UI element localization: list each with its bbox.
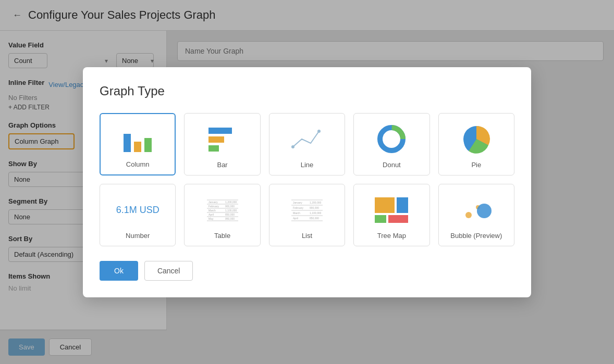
svg-text:January: January (293, 201, 302, 204)
svg-rect-41 (375, 197, 395, 213)
graph-card-treemap[interactable]: Tree Map (353, 184, 429, 246)
graph-card-column[interactable]: Column (100, 113, 176, 175)
column-chart-icon (119, 122, 156, 156)
svg-text:1,100,000: 1,100,000 (310, 211, 321, 215)
donut-card-label: Donut (383, 161, 401, 169)
number-card-label: Number (126, 232, 150, 240)
svg-text:May: May (208, 217, 214, 220)
svg-text:April: April (293, 217, 298, 220)
svg-text:1,200,000: 1,200,000 (225, 200, 237, 204)
svg-text:900,000: 900,000 (225, 205, 235, 208)
svg-rect-5 (208, 145, 219, 152)
svg-text:950,000: 950,000 (225, 217, 235, 220)
svg-point-7 (317, 130, 321, 133)
number-chart-icon: 6.1M USD (116, 193, 159, 228)
column-card-label: Column (126, 160, 150, 168)
graph-card-bubble[interactable]: Bubble (Preview) (438, 184, 514, 246)
modal-footer: Ok Cancel (100, 261, 514, 281)
svg-text:February: February (208, 205, 219, 208)
treemap-card-label: Tree Map (377, 232, 406, 240)
treemap-chart-icon (373, 193, 410, 228)
svg-text:900,000: 900,000 (310, 206, 319, 209)
line-chart-icon (289, 122, 325, 157)
list-card-label: List (302, 232, 312, 240)
svg-text:1,200,000: 1,200,000 (310, 201, 321, 204)
svg-text:March: March (208, 209, 216, 212)
modal-title: Graph Type (100, 84, 514, 98)
cancel-button[interactable]: Cancel (144, 261, 193, 281)
svg-point-45 (465, 212, 472, 218)
graph-card-table[interactable]: January 1,200,000 February 900,000 March… (184, 184, 260, 246)
number-value-display: 6.1M USD (116, 205, 159, 216)
svg-text:January: January (208, 200, 218, 204)
graph-card-list[interactable]: January 1,200,000 February 900,000 March… (269, 184, 345, 246)
bubble-card-label: Bubble (Preview) (450, 232, 502, 240)
graph-type-grid: Column Bar (100, 113, 514, 246)
svg-rect-3 (208, 128, 232, 134)
bar-chart-icon (204, 122, 241, 157)
donut-chart-icon (373, 122, 410, 157)
graph-card-donut[interactable]: Donut (353, 113, 429, 175)
bar-card-label: Bar (217, 161, 227, 169)
graph-card-number[interactable]: 6.1M USD Number (100, 184, 176, 246)
graph-card-pie[interactable]: Pie (438, 113, 514, 175)
svg-rect-0 (124, 134, 131, 152)
graph-card-line[interactable]: Line (269, 113, 345, 175)
svg-rect-42 (397, 197, 408, 213)
list-chart-icon: January 1,200,000 February 900,000 March… (289, 193, 325, 228)
table-chart-icon: January 1,200,000 February 900,000 March… (204, 193, 241, 228)
svg-text:April: April (208, 213, 214, 216)
svg-text:March: March (293, 211, 300, 215)
svg-point-10 (385, 132, 398, 146)
svg-rect-43 (375, 215, 386, 223)
svg-point-6 (291, 145, 294, 148)
table-card-label: Table (214, 232, 230, 240)
svg-rect-2 (144, 138, 152, 152)
svg-rect-4 (208, 136, 224, 143)
modal-overlay: Graph Type Column (0, 0, 614, 364)
svg-text:1,100,000: 1,100,000 (225, 209, 237, 212)
svg-text:850,000: 850,000 (310, 217, 319, 220)
graph-card-bar[interactable]: Bar (184, 113, 260, 175)
svg-text:February: February (293, 206, 304, 209)
pie-chart-icon (458, 122, 495, 157)
svg-point-47 (477, 204, 492, 218)
ok-button[interactable]: Ok (100, 261, 138, 281)
svg-text:850,000: 850,000 (225, 213, 235, 216)
graph-type-modal: Graph Type Column (83, 67, 531, 297)
line-card-label: Line (301, 161, 314, 169)
bubble-chart-icon (458, 193, 495, 228)
pie-card-label: Pie (471, 161, 481, 169)
svg-rect-44 (388, 215, 408, 223)
svg-rect-1 (134, 142, 141, 152)
